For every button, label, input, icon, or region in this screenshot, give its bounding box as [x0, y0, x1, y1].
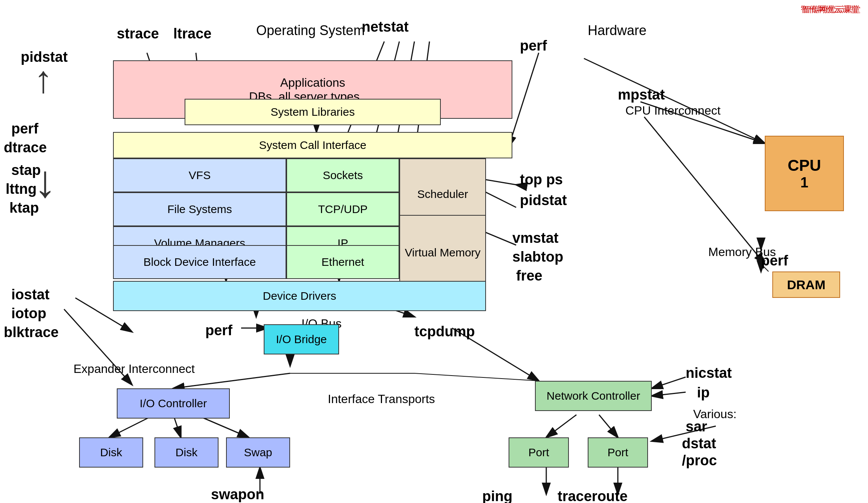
perf-io-label: perf [205, 322, 232, 339]
svg-line-49 [414, 373, 539, 381]
ping-label: ping [482, 488, 512, 503]
svg-line-43 [652, 377, 686, 388]
port2-box: Port [588, 437, 648, 468]
system-call-interface-box: System Call Interface [113, 132, 512, 158]
applications-line1: Applications [280, 76, 345, 90]
port1-box: Port [509, 437, 569, 468]
dram-box: DRAM [772, 271, 840, 298]
swapon-label: swapon [211, 486, 264, 503]
block-device-interface-box: Block Device Interface [113, 245, 286, 279]
perf-top-label: perf [520, 38, 547, 54]
top-ps-label: top ps [520, 172, 563, 188]
sockets-box: Sockets [286, 158, 399, 192]
slabtop-label: slabtop [512, 249, 563, 265]
strace-label: strace [117, 26, 159, 42]
svg-line-41 [546, 415, 576, 437]
lttng-label: lttng [6, 181, 37, 197]
traceroute-label: traceroute [558, 488, 628, 503]
free-label: free [516, 268, 542, 284]
dstat-label: dstat [682, 436, 716, 452]
vmstat-label: vmstat [512, 230, 559, 246]
io-bridge-box: I/O Bridge [264, 324, 339, 354]
device-drivers-box: Device Drivers [113, 281, 486, 311]
io-controller-box: I/O Controller [117, 388, 230, 419]
file-systems-box: File Systems [113, 192, 286, 226]
perf-mem-label: perf [761, 253, 788, 269]
nicstat-label: nicstat [686, 365, 732, 381]
ethernet-box: Ethernet [286, 245, 399, 279]
virtual-memory-text: Virtual Memory [405, 246, 480, 259]
proc-label: /proc [682, 452, 717, 469]
blktrace-label: blktrace [4, 324, 59, 340]
svg-line-44 [652, 392, 686, 396]
netstat-label: netstat [362, 19, 409, 35]
mpstat-label: mpstat [618, 87, 665, 103]
stap-label: stap [11, 162, 41, 178]
network-controller-box: Network Controller [535, 381, 652, 411]
hardware-label: Hardware [588, 23, 646, 38]
ktap-label: ktap [9, 200, 39, 216]
expander-label: Expander Interconnect [73, 362, 195, 376]
virtual-memory-box: Virtual Memory [399, 215, 486, 290]
up-arrow: ↑ [34, 60, 53, 98]
iotop-label: iotop [11, 305, 46, 322]
cpu-box: CPU 1 [765, 136, 844, 211]
sar-label: sar [686, 419, 707, 435]
tcpdump-label: tcpdump [414, 324, 475, 340]
tcp-udp-box: TCP/UDP [286, 192, 399, 226]
vfs-box: VFS [113, 158, 286, 192]
system-libraries-box: System Libraries [185, 99, 441, 125]
swap-box: Swap [226, 437, 290, 468]
dtrace-label: dtrace [4, 140, 47, 156]
os-label: Operating System [256, 23, 365, 38]
svg-line-10 [584, 58, 765, 143]
cpu-line2: 1 [800, 175, 808, 191]
svg-line-42 [599, 415, 618, 437]
watermark-text: 智传网优云课堂 [801, 4, 859, 15]
interface-transports-label: Interface Transports [328, 392, 435, 406]
ltrace-label: ltrace [173, 26, 211, 42]
cpu-interconnect-label: CPU Interconnect [625, 104, 721, 118]
pidstat-right-label: pidstat [520, 192, 567, 209]
ip-label: ip [697, 385, 710, 401]
disk1-box: Disk [79, 437, 143, 468]
iostat-label: iostat [11, 287, 49, 303]
svg-line-9 [509, 53, 539, 147]
svg-line-12 [644, 117, 765, 264]
disk2-box: Disk [154, 437, 219, 468]
perf-left-label: perf [11, 121, 38, 137]
cpu-line1: CPU [788, 156, 821, 175]
